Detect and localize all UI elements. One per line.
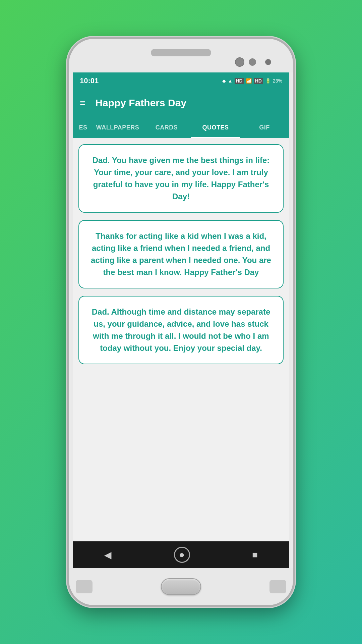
physical-home-button[interactable] [161, 578, 201, 595]
tab-quotes[interactable]: QUOTES [191, 117, 240, 138]
front-camera [265, 59, 271, 65]
battery-text: 23% [273, 78, 282, 84]
camera-secondary [249, 58, 256, 66]
status-time: 10:01 [80, 76, 99, 85]
status-bar: 10:01 ◆ ▲ HD 📶 HD 🔋 23% [73, 72, 289, 89]
phone-top [69, 39, 293, 72]
signal-icon: ▲ [228, 78, 233, 84]
quote-card-3[interactable]: Dad. Although time and distance may sepa… [78, 296, 284, 364]
signal2-icon: 📶 [246, 78, 252, 84]
content-area: Dad. You have given me the best things i… [73, 138, 289, 541]
phone-screen: 10:01 ◆ ▲ HD 📶 HD 🔋 23% ≡ Happy Fathers … [73, 72, 289, 568]
app-title: Happy Fathers Day [95, 97, 186, 109]
speaker-grille [151, 49, 211, 56]
tab-gif[interactable]: GIF [240, 117, 289, 138]
back-button[interactable]: ◀ [104, 549, 112, 560]
tab-bar: ES WALLPAPERS CARDS QUOTES GIF [73, 117, 289, 138]
status-icons: ◆ ▲ HD 📶 HD 🔋 23% [222, 78, 282, 84]
phone-frame: 10:01 ◆ ▲ HD 📶 HD 🔋 23% ≡ Happy Fathers … [67, 37, 295, 607]
camera-main [235, 57, 244, 67]
tab-wallpapers[interactable]: WALLPAPERS [93, 117, 142, 138]
bottom-nav-bar: ◀ ● ■ [73, 541, 289, 568]
recents-button[interactable]: ■ [252, 549, 258, 560]
quote-card-2[interactable]: Thanks for acting like a kid when I was … [78, 220, 284, 288]
tab-cards[interactable]: CARDS [142, 117, 191, 138]
hd-badge2: HD [254, 78, 263, 84]
home-button[interactable]: ● [174, 547, 190, 563]
wifi-icon: ◆ [222, 78, 226, 84]
app-bar: ≡ Happy Fathers Day [73, 89, 289, 117]
tab-messages[interactable]: ES [73, 117, 93, 138]
side-button-right [269, 580, 286, 593]
quote-text-3: Dad. Although time and distance may sepa… [87, 306, 275, 354]
side-button-left [76, 580, 93, 593]
hd-badge: HD [235, 78, 244, 84]
battery-icon: 🔋 [265, 78, 271, 84]
quote-card-1[interactable]: Dad. You have given me the best things i… [78, 144, 284, 213]
quote-text-2: Thanks for acting like a kid when I was … [87, 230, 275, 278]
quote-text-1: Dad. You have given me the best things i… [87, 154, 275, 203]
hamburger-button[interactable]: ≡ [80, 98, 85, 108]
phone-bottom [69, 568, 293, 605]
